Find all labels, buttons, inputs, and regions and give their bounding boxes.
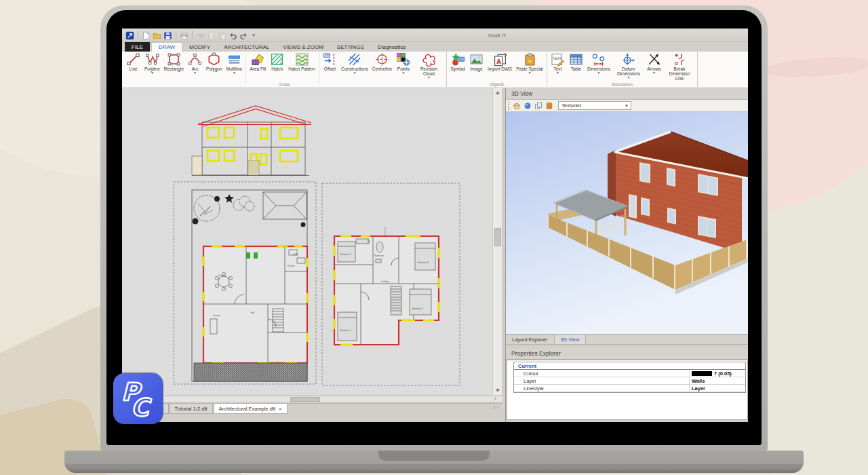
tool-multiline[interactable]: Multiline▼ <box>224 52 245 75</box>
tool-rectangle[interactable]: Rectangle <box>162 52 186 71</box>
tool-centreline[interactable]: Centreline <box>370 52 395 71</box>
paste-icon[interactable] <box>218 31 226 40</box>
logo-letter-c: C <box>131 394 152 421</box>
properties-header: Properties Explorer <box>506 348 748 360</box>
svg-text:Bedroom 1: Bedroom 1 <box>340 329 351 332</box>
scroll-right-arrow[interactable]: › <box>494 396 496 402</box>
tool-image[interactable]: Image <box>467 52 486 71</box>
render-mode-dropdown[interactable]: Textured ▼ <box>558 101 631 110</box>
symbol-icon <box>451 52 465 66</box>
tab-settings[interactable]: SETTINGS <box>330 42 371 52</box>
properties-section-row: Current <box>514 362 745 370</box>
ribbon-group-divider <box>697 52 698 87</box>
tool-points[interactable]: Points▼ <box>394 52 412 75</box>
tool-revision-cloud[interactable]: Revision Cloud▼ <box>412 52 445 79</box>
tab-scroll-arrows[interactable]: ‹› <box>494 405 500 410</box>
break-dimension-icon <box>672 52 686 66</box>
copy-view-icon[interactable] <box>534 102 542 110</box>
toolbar-grip <box>508 102 510 110</box>
chevron-down-icon: ▼ <box>528 71 532 75</box>
3d-view-toolbar: Textured ▼ <box>506 100 748 112</box>
group-label: Draw <box>124 81 445 88</box>
tool-offset[interactable]: 2mOffset <box>321 52 339 71</box>
tool-paste-special[interactable]: Paste Special▼ <box>514 52 545 75</box>
export-icon[interactable] <box>196 31 205 40</box>
tool-polyline[interactable]: Polyline▼ <box>142 52 162 75</box>
3d-view-title: 3D View <box>511 90 533 97</box>
window-title: Draft IT <box>488 33 507 39</box>
group-label: Objects <box>448 81 545 88</box>
tool-polygon[interactable]: Polygon <box>204 52 224 71</box>
text-icon: TEXT <box>551 52 565 66</box>
tool-label: Table <box>571 66 582 71</box>
drawing-canvas[interactable]: Dining Lounge Kitchen Utility Hall <box>122 88 492 395</box>
tab-views-zoom[interactable]: VIEWS & ZOOM <box>276 42 330 52</box>
svg-text:2m: 2m <box>324 54 330 57</box>
tool-label: Centreline <box>372 66 393 71</box>
redo-icon[interactable] <box>239 31 248 40</box>
tab-diagnostics[interactable]: Diagnostics <box>371 42 412 52</box>
tool-break-dimension-line[interactable]: Break Dimension Line <box>663 52 696 81</box>
tab-file[interactable]: FILE <box>125 42 150 52</box>
tool-text[interactable]: TEXTText▼ <box>549 52 567 75</box>
vertical-scrollbar[interactable] <box>492 88 502 395</box>
svg-text:Lounge: Lounge <box>213 314 220 317</box>
tool-label: Revision Cloud <box>414 66 443 76</box>
open-folder-icon[interactable] <box>153 31 161 40</box>
tab-draw[interactable]: DRAW <box>151 42 182 52</box>
property-label: Layer <box>514 378 689 384</box>
vertical-scroll-thumb[interactable] <box>494 228 501 246</box>
tool-area-fill[interactable]: Area Fill <box>248 52 268 71</box>
tool-arrows[interactable]: Arrows▼ <box>645 52 663 75</box>
tool-symbol[interactable]: Symbol <box>448 52 467 71</box>
horizontal-scroll-thumb[interactable] <box>290 397 320 402</box>
new-document-icon[interactable] <box>142 31 151 40</box>
chevron-down-icon: ▼ <box>597 71 600 75</box>
3d-viewport[interactable] <box>506 112 748 334</box>
tool-arc[interactable]: Arc▼ <box>186 52 204 75</box>
materials-icon[interactable] <box>545 102 553 110</box>
svg-text:Hall: Hall <box>251 311 255 314</box>
tool-import-dwg[interactable]: AImport DWG <box>486 52 514 71</box>
tool-constructions[interactable]: Constructions▼ <box>339 52 370 75</box>
arc-icon <box>188 52 202 66</box>
scroll-down-arrow[interactable] <box>496 389 500 392</box>
home-icon[interactable] <box>513 102 521 110</box>
property-row-colour[interactable]: Colour7 (0.05) <box>514 370 745 377</box>
tab-architectural[interactable]: ARCHITECTURAL <box>217 42 276 52</box>
tool-datum-dimensions[interactable]: Datum Dimensions▼ <box>612 52 645 79</box>
save-icon[interactable] <box>163 31 172 40</box>
tab-modify[interactable]: MODIFY <box>182 42 217 52</box>
blank-page-icon[interactable] <box>207 31 216 40</box>
undo-icon[interactable] <box>229 31 237 40</box>
tool-dimensions[interactable]: Dimensions▼ <box>585 52 612 75</box>
chevron-down-icon: ▼ <box>151 71 154 75</box>
print-icon[interactable] <box>180 31 189 40</box>
tool-label: Import DWG <box>488 66 512 71</box>
property-label: Linestyle <box>514 385 689 392</box>
scroll-up-arrow[interactable] <box>496 91 500 94</box>
panel-tab-layout-explorer[interactable]: Layout Explorer <box>506 335 555 344</box>
properties-section-label: Current <box>514 363 536 369</box>
canvas-drawing: Dining Lounge Kitchen Utility Hall <box>122 88 492 395</box>
horizontal-scrollbar[interactable]: › <box>122 396 502 402</box>
panel-tab-3d-view[interactable]: 3D View <box>555 335 587 344</box>
property-row-layer[interactable]: LayerWalls <box>514 377 745 385</box>
ribbon-tab-row: FILEDRAWMODIFYARCHITECTURALVIEWS & ZOOMS… <box>122 42 748 52</box>
tool-hatch-pattern[interactable]: Hatch Pattern <box>286 52 317 71</box>
tool-table[interactable]: Table <box>567 52 585 71</box>
more-icon[interactable]: ▼ <box>252 33 256 37</box>
shaded-sphere-icon[interactable] <box>524 102 532 110</box>
document-tab-tutorial-1-2-dft[interactable]: Tutorial 1-2.dft <box>170 404 213 414</box>
document-tab-label: Tutorial 1-2.dft <box>175 406 208 412</box>
property-row-linestyle[interactable]: LinestyleLayer <box>514 385 745 392</box>
tool-hatch[interactable]: Hatch <box>268 52 286 71</box>
ribbon-group-divider <box>547 52 547 87</box>
document-tab-architectural-example-dft[interactable]: Architectural Example.dft× <box>214 404 288 414</box>
chevron-down-icon: ▼ <box>401 71 405 75</box>
app-icon[interactable] <box>125 31 134 40</box>
close-icon[interactable]: × <box>279 406 282 412</box>
chevron-down-icon: ▼ <box>427 76 431 79</box>
group-separator <box>319 52 319 83</box>
tool-line[interactable]: Line <box>124 52 142 71</box>
